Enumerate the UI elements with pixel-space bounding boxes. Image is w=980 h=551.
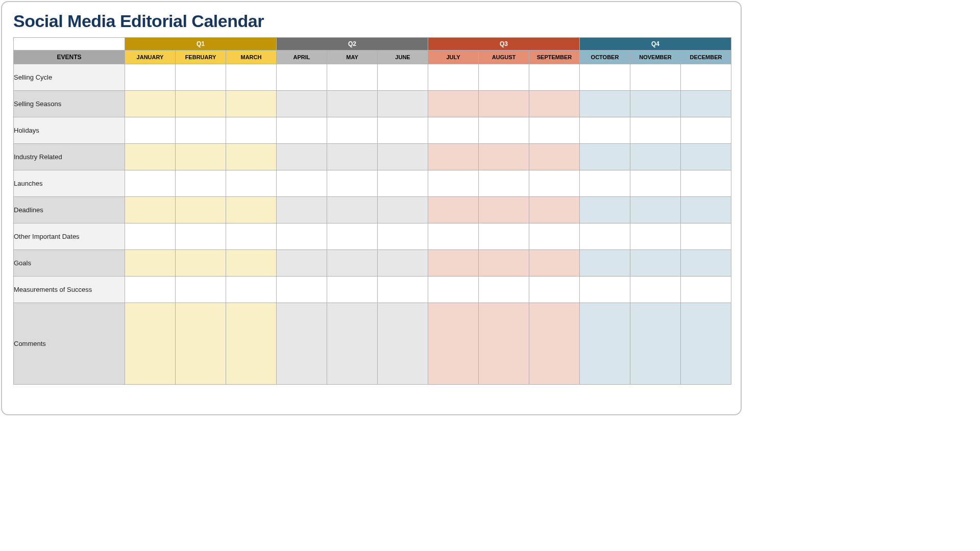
calendar-cell[interactable] — [428, 197, 479, 223]
calendar-cell[interactable] — [125, 223, 176, 250]
calendar-cell[interactable] — [378, 170, 428, 197]
calendar-cell[interactable] — [529, 250, 580, 277]
calendar-cell[interactable] — [125, 170, 176, 197]
calendar-cell[interactable] — [277, 223, 327, 250]
calendar-cell[interactable] — [226, 144, 277, 170]
calendar-cell[interactable] — [630, 223, 681, 250]
calendar-cell[interactable] — [529, 64, 580, 91]
calendar-cell[interactable] — [125, 303, 176, 385]
calendar-cell[interactable] — [630, 197, 681, 223]
calendar-cell[interactable] — [327, 91, 378, 117]
calendar-cell[interactable] — [580, 223, 630, 250]
calendar-cell[interactable] — [378, 250, 428, 277]
calendar-cell[interactable] — [277, 303, 327, 385]
calendar-cell[interactable] — [529, 303, 580, 385]
calendar-cell[interactable] — [428, 64, 479, 91]
calendar-cell[interactable] — [125, 250, 176, 277]
calendar-cell[interactable] — [428, 144, 479, 170]
calendar-cell[interactable] — [580, 91, 630, 117]
calendar-cell[interactable] — [428, 250, 479, 277]
calendar-cell[interactable] — [226, 91, 277, 117]
calendar-cell[interactable] — [529, 170, 580, 197]
calendar-cell[interactable] — [226, 223, 277, 250]
calendar-cell[interactable] — [176, 197, 226, 223]
calendar-cell[interactable] — [580, 303, 630, 385]
calendar-cell[interactable] — [327, 170, 378, 197]
calendar-cell[interactable] — [681, 250, 731, 277]
calendar-cell[interactable] — [277, 117, 327, 144]
calendar-cell[interactable] — [428, 170, 479, 197]
calendar-cell[interactable] — [226, 197, 277, 223]
calendar-cell[interactable] — [479, 223, 529, 250]
calendar-cell[interactable] — [176, 144, 226, 170]
calendar-cell[interactable] — [580, 250, 630, 277]
calendar-cell[interactable] — [580, 117, 630, 144]
calendar-cell[interactable] — [428, 277, 479, 303]
calendar-cell[interactable] — [277, 170, 327, 197]
calendar-cell[interactable] — [176, 223, 226, 250]
calendar-cell[interactable] — [681, 277, 731, 303]
calendar-cell[interactable] — [176, 170, 226, 197]
calendar-cell[interactable] — [226, 303, 277, 385]
calendar-cell[interactable] — [378, 223, 428, 250]
calendar-cell[interactable] — [580, 144, 630, 170]
calendar-cell[interactable] — [479, 144, 529, 170]
calendar-cell[interactable] — [529, 197, 580, 223]
calendar-cell[interactable] — [176, 64, 226, 91]
calendar-cell[interactable] — [327, 303, 378, 385]
calendar-cell[interactable] — [378, 117, 428, 144]
calendar-cell[interactable] — [327, 144, 378, 170]
calendar-cell[interactable] — [479, 277, 529, 303]
calendar-cell[interactable] — [125, 197, 176, 223]
calendar-cell[interactable] — [327, 277, 378, 303]
calendar-cell[interactable] — [681, 170, 731, 197]
calendar-cell[interactable] — [681, 64, 731, 91]
calendar-cell[interactable] — [428, 117, 479, 144]
calendar-cell[interactable] — [681, 197, 731, 223]
calendar-cell[interactable] — [277, 64, 327, 91]
calendar-cell[interactable] — [529, 223, 580, 250]
calendar-cell[interactable] — [479, 303, 529, 385]
calendar-cell[interactable] — [681, 91, 731, 117]
calendar-cell[interactable] — [327, 197, 378, 223]
calendar-cell[interactable] — [428, 91, 479, 117]
calendar-cell[interactable] — [226, 117, 277, 144]
calendar-cell[interactable] — [479, 250, 529, 277]
calendar-cell[interactable] — [580, 170, 630, 197]
calendar-cell[interactable] — [630, 64, 681, 91]
calendar-cell[interactable] — [327, 250, 378, 277]
calendar-cell[interactable] — [125, 277, 176, 303]
calendar-cell[interactable] — [630, 117, 681, 144]
calendar-cell[interactable] — [681, 117, 731, 144]
calendar-cell[interactable] — [378, 277, 428, 303]
calendar-cell[interactable] — [378, 64, 428, 91]
calendar-cell[interactable] — [226, 250, 277, 277]
calendar-cell[interactable] — [580, 197, 630, 223]
calendar-cell[interactable] — [630, 277, 681, 303]
calendar-cell[interactable] — [125, 91, 176, 117]
calendar-cell[interactable] — [428, 223, 479, 250]
calendar-cell[interactable] — [529, 117, 580, 144]
calendar-cell[interactable] — [580, 277, 630, 303]
calendar-cell[interactable] — [176, 277, 226, 303]
calendar-cell[interactable] — [226, 170, 277, 197]
calendar-cell[interactable] — [630, 303, 681, 385]
calendar-cell[interactable] — [529, 277, 580, 303]
calendar-cell[interactable] — [125, 144, 176, 170]
calendar-cell[interactable] — [277, 91, 327, 117]
calendar-cell[interactable] — [378, 91, 428, 117]
calendar-cell[interactable] — [176, 250, 226, 277]
calendar-cell[interactable] — [479, 197, 529, 223]
calendar-cell[interactable] — [681, 223, 731, 250]
calendar-cell[interactable] — [630, 91, 681, 117]
calendar-cell[interactable] — [529, 144, 580, 170]
calendar-cell[interactable] — [630, 144, 681, 170]
calendar-cell[interactable] — [226, 64, 277, 91]
calendar-cell[interactable] — [277, 277, 327, 303]
calendar-cell[interactable] — [428, 303, 479, 385]
calendar-cell[interactable] — [327, 64, 378, 91]
calendar-cell[interactable] — [681, 144, 731, 170]
calendar-cell[interactable] — [327, 117, 378, 144]
calendar-cell[interactable] — [479, 64, 529, 91]
calendar-cell[interactable] — [378, 303, 428, 385]
